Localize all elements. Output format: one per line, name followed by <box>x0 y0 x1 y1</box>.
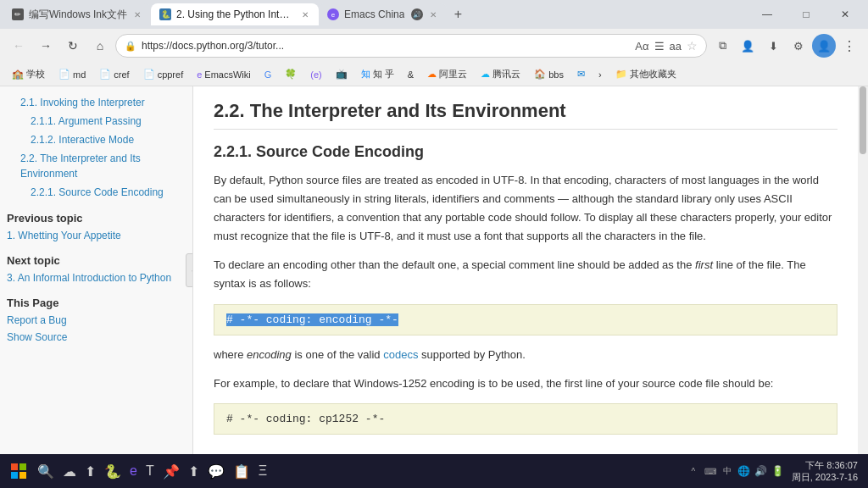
report-bug-anchor[interactable]: Report a Bug <box>7 314 67 326</box>
toc-item-212[interactable]: 2.1.2. Interactive Mode <box>27 130 186 149</box>
bookmark-cppref[interactable]: 📄 cppref <box>138 67 189 81</box>
taskbar-icon-6[interactable]: 📌 <box>159 457 183 485</box>
toc-link-211[interactable]: 2.1.1. Argument Passing <box>31 115 142 127</box>
minimize-button[interactable]: — <box>748 0 787 29</box>
bookmark-leaf[interactable]: 🍀 <box>280 67 302 81</box>
reload-button[interactable]: ↻ <box>61 34 85 58</box>
back-button[interactable]: ← <box>7 34 31 58</box>
account-avatar[interactable]: 👤 <box>812 34 836 58</box>
tray-network[interactable]: 🌐 <box>737 464 751 478</box>
new-tab-button[interactable]: + <box>447 3 469 25</box>
next-topic-link[interactable]: 3. An Informal Introduction to Python <box>7 270 186 286</box>
taskbar-icon-3[interactable]: 🐍 <box>101 457 125 485</box>
bookmark-bbs[interactable]: 🏠 bbs <box>529 67 569 81</box>
bookmark-school[interactable]: 🏫 学校 <box>7 66 50 82</box>
bookmark-emacswiki[interactable]: e EmacsWiki <box>192 68 256 81</box>
bookmark-tv-icon: 📺 <box>336 69 348 80</box>
bookmark-aliyun[interactable]: ☁ 阿里云 <box>422 66 472 82</box>
tab-3[interactable]: e Emacs China 🔊 ✕ <box>319 3 447 25</box>
taskbar-icon-8[interactable]: 💬 <box>204 457 228 485</box>
sidebar-collapse-button[interactable]: « <box>186 253 193 287</box>
paragraph-4: For example, to declare that Windows-125… <box>214 374 837 393</box>
bookmark-cref[interactable]: 📄 cref <box>94 67 134 81</box>
taskbar-icon-7[interactable]: ⬆ <box>185 457 203 485</box>
taskbar-icon-10[interactable]: Ξ <box>255 457 270 485</box>
toc-item-21[interactable]: 2.1. Invoking the Interpreter <box>17 93 186 112</box>
toc-link-22[interactable]: 2.2. The Interpreter and Its Environment <box>20 152 141 180</box>
toc-link-221[interactable]: 2.2.1. Source Code Encoding <box>31 186 164 198</box>
bookmark-leaf-icon: 🍀 <box>285 69 297 80</box>
home-button[interactable]: ⌂ <box>88 34 112 58</box>
tab-2[interactable]: 🐍 2. Using the Python Interpreter - ✕ <box>151 3 319 25</box>
bookmark-emacs[interactable]: (e) <box>305 68 326 81</box>
tab1-close[interactable]: ✕ <box>132 8 142 21</box>
tab2-title: 2. Using the Python Interpreter - <box>176 8 295 20</box>
tab3-close[interactable]: ✕ <box>428 8 438 21</box>
bookmark-md[interactable]: 📄 md <box>53 67 91 81</box>
maximize-button[interactable]: □ <box>787 0 826 29</box>
bookmark-tv[interactable]: 📺 <box>331 67 353 81</box>
tab-bar: ✏ 编写Windows Ink文件 ✕ 🐍 2. Using the Pytho… <box>0 0 868 29</box>
doc-scrollbar[interactable] <box>858 86 868 454</box>
show-source-anchor[interactable]: Show Source <box>7 331 67 343</box>
bookmark-school-icon: 🏫 <box>12 69 24 80</box>
svg-rect-2 <box>11 472 18 479</box>
taskbar-icon-5[interactable]: T <box>142 457 158 485</box>
toc-item-211[interactable]: 2.1.1. Argument Passing <box>27 112 186 130</box>
tab2-close[interactable]: ✕ <box>300 8 310 21</box>
toc-item-221[interactable]: 2.2.1. Source Code Encoding <box>27 183 186 202</box>
lock-icon: 🔒 <box>125 41 136 52</box>
bookmarks-bar: 🏫 学校 📄 md 📄 cref 📄 cppref e EmacsWiki G … <box>0 63 868 86</box>
bookmark-more[interactable]: › <box>593 68 607 81</box>
taskbar-icon-9[interactable]: 📋 <box>230 457 253 485</box>
paragraph-2: To declare an encoding other than the de… <box>214 256 837 293</box>
settings-icon[interactable]: ⚙ <box>787 34 810 58</box>
toc-link-21[interactable]: 2.1. Invoking the Interpreter <box>20 97 145 108</box>
bookmark-outlook-icon: ✉ <box>577 69 585 80</box>
show-source-link[interactable]: Show Source <box>7 330 186 346</box>
svg-rect-0 <box>11 463 18 470</box>
bookmark-tencent[interactable]: ☁ 腾讯云 <box>476 66 526 82</box>
bookmark-tencent-label: 腾讯云 <box>492 68 520 80</box>
bookmark-zhihu-icon: 知 <box>361 68 370 80</box>
taskbar-icon-1[interactable]: ☁ <box>59 457 80 485</box>
forward-button[interactable]: → <box>34 34 58 58</box>
previous-topic-link[interactable]: 1. Whetting Your Appetite <box>7 228 186 244</box>
address-bar[interactable]: 🔒 https://docs.python.org/3/tutor... Aα … <box>115 34 707 58</box>
close-button[interactable]: ✕ <box>826 0 865 29</box>
report-bug-link[interactable]: Report a Bug <box>7 313 186 329</box>
bookmark-outlook[interactable]: ✉ <box>572 67 590 81</box>
start-button[interactable] <box>3 456 34 486</box>
next-topic-anchor[interactable]: 3. An Informal Introduction to Python <box>7 272 171 284</box>
bookmark-google[interactable]: G <box>259 68 277 81</box>
toc-link-212[interactable]: 2.1.2. Interactive Mode <box>31 134 134 146</box>
codecs-link[interactable]: codecs <box>383 348 418 361</box>
tray-chevron[interactable]: ^ <box>687 464 700 478</box>
scrollbar-thumb[interactable] <box>860 86 866 154</box>
star-icon[interactable]: ☆ <box>687 39 698 53</box>
tray-time[interactable]: 下午 8:36:07 周日, 2023-7-16 <box>788 458 861 485</box>
tray-keyboard[interactable]: ⌨ <box>704 464 717 478</box>
bookmark-amp[interactable]: & <box>403 68 419 81</box>
tab-1[interactable]: ✏ 编写Windows Ink文件 ✕ <box>3 3 151 25</box>
bookmark-others-label: 其他收藏夹 <box>630 68 676 80</box>
bookmark-school-label: 学校 <box>26 68 45 80</box>
bookmark-zhihu[interactable]: 知 知 乎 <box>356 66 399 82</box>
bookmark-aliyun-icon: ☁ <box>427 69 437 80</box>
extensions-icon[interactable]: ⧉ <box>710 34 734 58</box>
bookmark-others[interactable]: 📁 其他收藏夹 <box>610 66 682 82</box>
tray-battery[interactable]: 🔋 <box>771 464 785 478</box>
toc-item-22[interactable]: 2.2. The Interpreter and Its Environment <box>17 149 186 183</box>
taskbar-icon-2[interactable]: ⬆ <box>81 457 99 485</box>
taskbar-search[interactable]: 🔍 <box>34 457 58 485</box>
menu-button[interactable]: ⋮ <box>837 34 861 58</box>
em-encoding: encoding <box>247 348 292 361</box>
tray-zh[interactable]: 中 <box>721 464 734 478</box>
profile-icon[interactable]: 👤 <box>736 34 760 58</box>
taskbar-icon-4[interactable]: e <box>126 457 141 485</box>
tray-sound[interactable]: 🔊 <box>754 464 768 478</box>
window-controls: — □ ✕ <box>748 0 865 29</box>
downloads-icon[interactable]: ⬇ <box>761 34 785 58</box>
tab3-favicon2: 🔊 <box>411 8 423 20</box>
previous-topic-anchor[interactable]: 1. Whetting Your Appetite <box>7 230 121 241</box>
